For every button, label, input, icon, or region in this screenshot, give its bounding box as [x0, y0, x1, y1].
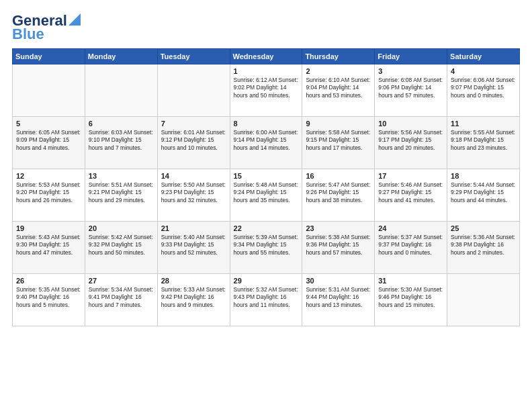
cell-content: Sunrise: 6:05 AM Sunset: 9:09 PM Dayligh… [16, 129, 81, 152]
day-number: 16 [306, 172, 371, 180]
calendar-cell: 9Sunrise: 5:58 AM Sunset: 9:15 PM Daylig… [302, 117, 375, 169]
header-friday: Friday [375, 49, 447, 64]
day-number: 23 [306, 224, 371, 232]
cell-content: Sunrise: 5:55 AM Sunset: 9:18 PM Dayligh… [451, 129, 516, 152]
svg-marker-0 [69, 13, 81, 26]
cell-content: Sunrise: 6:00 AM Sunset: 9:14 PM Dayligh… [234, 129, 299, 152]
day-number: 7 [161, 120, 226, 128]
calendar-cell: 19Sunrise: 5:43 AM Sunset: 9:30 PM Dayli… [13, 222, 85, 274]
day-number: 22 [234, 224, 299, 232]
day-number: 8 [234, 120, 299, 128]
calendar-cell: 12Sunrise: 5:53 AM Sunset: 9:20 PM Dayli… [13, 169, 85, 222]
calendar-cell: 30Sunrise: 5:31 AM Sunset: 9:44 PM Dayli… [302, 274, 375, 326]
header-tuesday: Tuesday [157, 49, 230, 64]
day-number: 6 [89, 120, 154, 128]
day-number: 11 [451, 120, 516, 128]
calendar-cell: 28Sunrise: 5:33 AM Sunset: 9:42 PM Dayli… [157, 274, 230, 326]
day-number: 26 [16, 277, 81, 285]
day-number: 30 [306, 277, 371, 285]
logo: General Blue [12, 12, 81, 43]
cell-content: Sunrise: 6:08 AM Sunset: 9:06 PM Dayligh… [378, 77, 443, 99]
calendar-cell: 22Sunrise: 5:39 AM Sunset: 9:34 PM Dayli… [230, 222, 302, 274]
day-number: 3 [378, 67, 443, 75]
header-thursday: Thursday [302, 49, 375, 64]
cell-content: Sunrise: 5:37 AM Sunset: 9:37 PM Dayligh… [378, 234, 443, 257]
cell-content: Sunrise: 5:35 AM Sunset: 9:40 PM Dayligh… [16, 286, 81, 309]
day-number: 17 [378, 172, 443, 180]
cell-content: Sunrise: 6:01 AM Sunset: 9:12 PM Dayligh… [161, 129, 226, 152]
logo-icon [69, 13, 81, 26]
day-number: 12 [16, 172, 81, 180]
calendar-cell: 20Sunrise: 5:42 AM Sunset: 9:32 PM Dayli… [85, 222, 157, 274]
calendar-table: SundayMondayTuesdayWednesdayThursdayFrid… [12, 48, 520, 326]
calendar-cell: 2Sunrise: 6:10 AM Sunset: 9:04 PM Daylig… [302, 64, 375, 117]
day-number: 1 [234, 67, 299, 75]
calendar-cell: 15Sunrise: 5:48 AM Sunset: 9:24 PM Dayli… [230, 169, 302, 222]
calendar-cell: 26Sunrise: 5:35 AM Sunset: 9:40 PM Dayli… [13, 274, 85, 326]
calendar-cell: 5Sunrise: 6:05 AM Sunset: 9:09 PM Daylig… [13, 117, 85, 169]
calendar-cell: 25Sunrise: 5:36 AM Sunset: 9:38 PM Dayli… [447, 222, 520, 274]
calendar-cell: 10Sunrise: 5:56 AM Sunset: 9:17 PM Dayli… [375, 117, 447, 169]
cell-content: Sunrise: 5:56 AM Sunset: 9:17 PM Dayligh… [378, 129, 443, 152]
calendar-cell [13, 64, 85, 117]
cell-content: Sunrise: 5:51 AM Sunset: 9:21 PM Dayligh… [89, 181, 154, 204]
header-saturday: Saturday [447, 49, 520, 64]
cell-content: Sunrise: 5:33 AM Sunset: 9:42 PM Dayligh… [161, 286, 226, 309]
logo-blue: Blue [12, 26, 44, 43]
header-row: SundayMondayTuesdayWednesdayThursdayFrid… [13, 49, 520, 64]
week-row-2: 5Sunrise: 6:05 AM Sunset: 9:09 PM Daylig… [13, 117, 520, 169]
day-number: 13 [89, 172, 154, 180]
cell-content: Sunrise: 5:36 AM Sunset: 9:38 PM Dayligh… [451, 234, 516, 257]
week-row-5: 26Sunrise: 5:35 AM Sunset: 9:40 PM Dayli… [13, 274, 520, 326]
calendar-cell [447, 274, 520, 326]
calendar-cell: 14Sunrise: 5:50 AM Sunset: 9:23 PM Dayli… [157, 169, 230, 222]
cell-content: Sunrise: 5:47 AM Sunset: 9:26 PM Dayligh… [306, 181, 371, 204]
week-row-1: 1Sunrise: 6:12 AM Sunset: 9:02 PM Daylig… [13, 64, 520, 117]
cell-content: Sunrise: 6:06 AM Sunset: 9:07 PM Dayligh… [451, 77, 516, 99]
calendar-cell: 18Sunrise: 5:44 AM Sunset: 9:29 PM Dayli… [447, 169, 520, 222]
day-number: 25 [451, 224, 516, 232]
calendar-cell: 1Sunrise: 6:12 AM Sunset: 9:02 PM Daylig… [230, 64, 302, 117]
calendar-cell [85, 64, 157, 117]
cell-content: Sunrise: 5:30 AM Sunset: 9:46 PM Dayligh… [378, 286, 443, 309]
calendar-cell: 27Sunrise: 5:34 AM Sunset: 9:41 PM Dayli… [85, 274, 157, 326]
page-header: General Blue [12, 12, 520, 43]
cell-content: Sunrise: 6:10 AM Sunset: 9:04 PM Dayligh… [306, 77, 371, 99]
cell-content: Sunrise: 5:42 AM Sunset: 9:32 PM Dayligh… [89, 234, 154, 257]
day-number: 28 [161, 277, 226, 285]
header-wednesday: Wednesday [230, 49, 302, 64]
calendar-cell: 6Sunrise: 6:03 AM Sunset: 9:10 PM Daylig… [85, 117, 157, 169]
day-number: 2 [306, 67, 371, 75]
day-number: 5 [16, 120, 81, 128]
cell-content: Sunrise: 6:12 AM Sunset: 9:02 PM Dayligh… [234, 77, 299, 99]
cell-content: Sunrise: 5:43 AM Sunset: 9:30 PM Dayligh… [16, 234, 81, 257]
day-number: 15 [234, 172, 299, 180]
day-number: 27 [89, 277, 154, 285]
day-number: 18 [451, 172, 516, 180]
cell-content: Sunrise: 5:48 AM Sunset: 9:24 PM Dayligh… [234, 181, 299, 204]
day-number: 19 [16, 224, 81, 232]
day-number: 4 [451, 67, 516, 75]
header-sunday: Sunday [13, 49, 85, 64]
cell-content: Sunrise: 5:50 AM Sunset: 9:23 PM Dayligh… [161, 181, 226, 204]
day-number: 31 [378, 277, 443, 285]
calendar-cell: 17Sunrise: 5:46 AM Sunset: 9:27 PM Dayli… [375, 169, 447, 222]
cell-content: Sunrise: 5:58 AM Sunset: 9:15 PM Dayligh… [306, 129, 371, 152]
header-monday: Monday [85, 49, 157, 64]
day-number: 24 [378, 224, 443, 232]
cell-content: Sunrise: 5:31 AM Sunset: 9:44 PM Dayligh… [306, 286, 371, 309]
cell-content: Sunrise: 5:32 AM Sunset: 9:43 PM Dayligh… [234, 286, 299, 309]
calendar-cell: 4Sunrise: 6:06 AM Sunset: 9:07 PM Daylig… [447, 64, 520, 117]
calendar-cell: 3Sunrise: 6:08 AM Sunset: 9:06 PM Daylig… [375, 64, 447, 117]
cell-content: Sunrise: 5:40 AM Sunset: 9:33 PM Dayligh… [161, 234, 226, 257]
calendar-cell: 24Sunrise: 5:37 AM Sunset: 9:37 PM Dayli… [375, 222, 447, 274]
calendar-cell: 8Sunrise: 6:00 AM Sunset: 9:14 PM Daylig… [230, 117, 302, 169]
calendar-cell: 13Sunrise: 5:51 AM Sunset: 9:21 PM Dayli… [85, 169, 157, 222]
week-row-4: 19Sunrise: 5:43 AM Sunset: 9:30 PM Dayli… [13, 222, 520, 274]
cell-content: Sunrise: 5:53 AM Sunset: 9:20 PM Dayligh… [16, 181, 81, 204]
calendar-cell: 31Sunrise: 5:30 AM Sunset: 9:46 PM Dayli… [375, 274, 447, 326]
day-number: 20 [89, 224, 154, 232]
week-row-3: 12Sunrise: 5:53 AM Sunset: 9:20 PM Dayli… [13, 169, 520, 222]
calendar-cell [157, 64, 230, 117]
calendar-cell: 7Sunrise: 6:01 AM Sunset: 9:12 PM Daylig… [157, 117, 230, 169]
